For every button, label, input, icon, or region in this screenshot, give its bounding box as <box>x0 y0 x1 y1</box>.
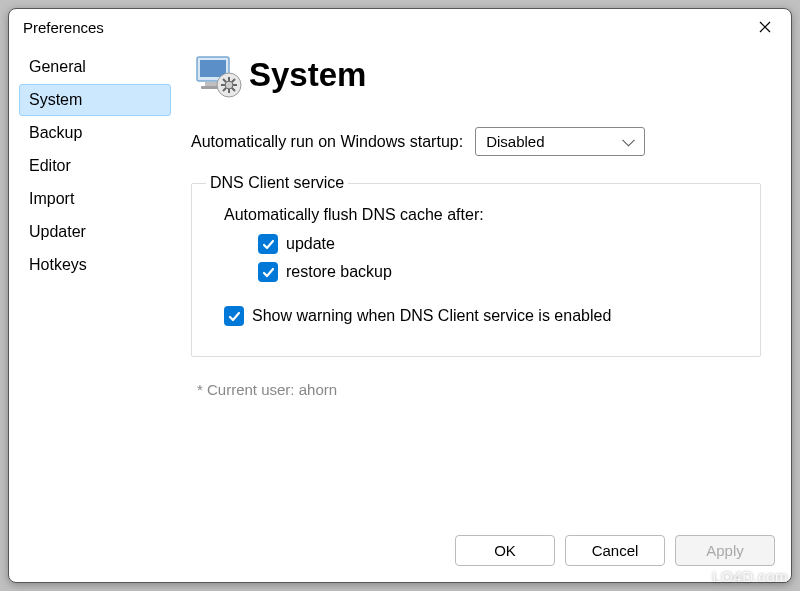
watermark: LO4D.com <box>712 568 788 585</box>
sidebar-item-hotkeys[interactable]: Hotkeys <box>19 249 171 281</box>
preferences-window: Preferences General System Backup Editor… <box>8 8 792 583</box>
current-user-note: * Current user: ahorn <box>197 381 761 398</box>
close-button[interactable] <box>743 11 787 43</box>
ok-button[interactable]: OK <box>455 535 555 566</box>
page-title: System <box>249 56 366 94</box>
check-icon <box>262 238 275 251</box>
sidebar-item-backup[interactable]: Backup <box>19 117 171 149</box>
svg-rect-1 <box>200 60 226 77</box>
sidebar-item-general[interactable]: General <box>19 51 171 83</box>
sidebar-item-updater[interactable]: Updater <box>19 216 171 248</box>
startup-select-wrap: Disabled <box>475 127 645 156</box>
checkbox-update-label: update <box>286 235 335 253</box>
window-title: Preferences <box>23 19 743 36</box>
check-icon <box>228 310 241 323</box>
dns-group-legend: DNS Client service <box>206 174 348 192</box>
dns-client-group: DNS Client service Automatically flush D… <box>191 174 761 357</box>
window-body: General System Backup Editor Import Upda… <box>9 45 791 523</box>
sidebar-item-editor[interactable]: Editor <box>19 150 171 182</box>
checkbox-update[interactable] <box>258 234 278 254</box>
checkbox-row-update: update <box>258 234 742 254</box>
sidebar-item-import[interactable]: Import <box>19 183 171 215</box>
content-pane: System Automatically run on Windows star… <box>177 45 791 523</box>
checkbox-row-restore-backup: restore backup <box>258 262 742 282</box>
checkbox-row-show-warning: Show warning when DNS Client service is … <box>224 306 742 326</box>
note-prefix: * Current user: <box>197 381 299 398</box>
cancel-button[interactable]: Cancel <box>565 535 665 566</box>
startup-select[interactable]: Disabled <box>475 127 645 156</box>
page-heading: System <box>191 49 761 101</box>
check-icon <box>262 266 275 279</box>
svg-point-5 <box>225 81 233 89</box>
sidebar: General System Backup Editor Import Upda… <box>9 45 177 523</box>
titlebar: Preferences <box>9 9 791 45</box>
current-user: ahorn <box>299 381 337 398</box>
close-icon <box>759 21 771 33</box>
sidebar-item-system[interactable]: System <box>19 84 171 116</box>
startup-label: Automatically run on Windows startup: <box>191 133 463 151</box>
system-icon <box>191 49 243 101</box>
apply-button[interactable]: Apply <box>675 535 775 566</box>
dialog-button-row: OK Cancel Apply <box>9 523 791 582</box>
checkbox-show-warning[interactable] <box>224 306 244 326</box>
checkbox-show-warning-label: Show warning when DNS Client service is … <box>252 307 611 325</box>
checkbox-restore-backup-label: restore backup <box>286 263 392 281</box>
startup-row: Automatically run on Windows startup: Di… <box>191 127 761 156</box>
flush-label: Automatically flush DNS cache after: <box>224 206 742 224</box>
checkbox-restore-backup[interactable] <box>258 262 278 282</box>
